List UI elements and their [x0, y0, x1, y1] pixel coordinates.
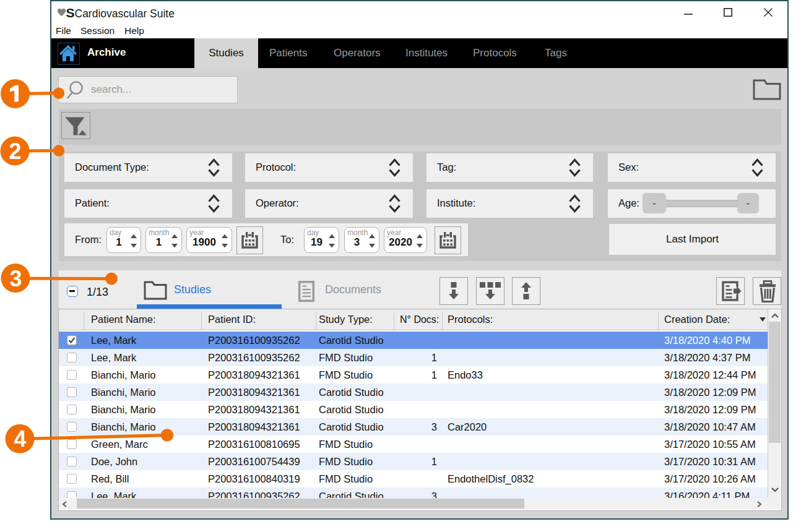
svg-text:2: 2	[9, 139, 21, 164]
svg-text:3: 3	[9, 266, 22, 291]
svg-text:4: 4	[14, 426, 26, 452]
